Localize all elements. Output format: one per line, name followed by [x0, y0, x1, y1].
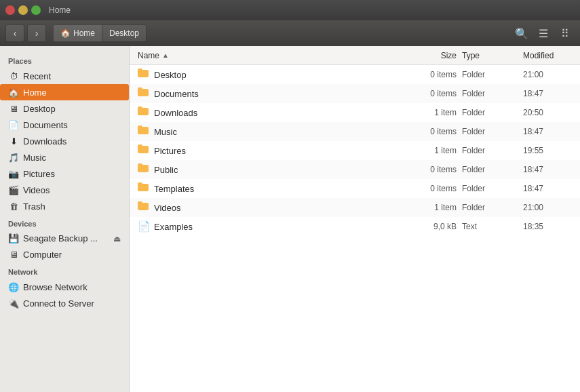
file-modified: 18:47 [523, 127, 577, 136]
table-row[interactable]: Downloads 1 item Folder 20:50 [130, 103, 580, 122]
col-size-header[interactable]: Size [408, 51, 462, 60]
toolbar-actions: 🔍 ☰ ⠿ [512, 24, 575, 42]
file-icon [138, 144, 150, 157]
file-name-cell: Templates [132, 182, 408, 195]
sidebar-item-trash[interactable]: 🗑 Trash [0, 198, 129, 214]
main-layout: Places ⏱ Recent 🏠 Home 🖥 Desktop 📄 Docum… [0, 46, 580, 392]
minimize-button[interactable] [18, 5, 28, 15]
sidebar-item-pictures[interactable]: 📷 Pictures [0, 165, 129, 182]
file-type: Folder [462, 203, 523, 212]
table-row[interactable]: Templates 0 items Folder 18:47 [130, 179, 580, 198]
sidebar-item-documents-label: Documents [23, 120, 68, 130]
sidebar-item-documents[interactable]: 📄 Documents [0, 117, 129, 133]
col-name-header[interactable]: Name ▲ [132, 51, 408, 60]
file-size: 1 item [408, 108, 462, 117]
sidebar-item-desktop-label: Desktop [23, 104, 56, 114]
table-row[interactable]: Public 0 items Folder 18:47 [130, 160, 580, 179]
toolbar: ‹ › 🏠 Home Desktop 🔍 ☰ ⠿ [0, 20, 580, 46]
close-button[interactable] [5, 5, 15, 15]
file-name: Videos [154, 203, 181, 213]
forward-icon: › [35, 28, 39, 39]
seagate-label: Seagate Backup ... [23, 233, 109, 243]
column-headers: Name ▲ Size Type Modified [130, 46, 580, 65]
back-icon: ‹ [14, 28, 17, 39]
eject-button[interactable]: ⏏ [113, 234, 121, 243]
breadcrumb-desktop[interactable]: Desktop [102, 24, 147, 42]
sidebar-item-home[interactable]: 🏠 Home [0, 84, 129, 100]
grid-toggle-button[interactable]: ⠿ [556, 24, 575, 42]
home-icon: 🏠 [60, 28, 71, 38]
sidebar-item-videos[interactable]: 🎬 Videos [0, 182, 129, 198]
file-name: Pictures [154, 146, 186, 156]
back-button[interactable]: ‹ [5, 24, 24, 42]
server-icon: 🔌 [8, 298, 19, 309]
sidebar-item-desktop[interactable]: 🖥 Desktop [0, 100, 129, 117]
table-row[interactable]: Documents 0 items Folder 18:47 [130, 84, 580, 103]
breadcrumb-sub-label: Desktop [109, 28, 139, 38]
file-name: Downloads [154, 108, 197, 118]
sidebar-item-recent-label: Recent [23, 71, 51, 81]
maximize-button[interactable] [31, 5, 41, 15]
file-size: 9,0 kB [408, 222, 462, 231]
table-row[interactable]: Pictures 1 item Folder 19:55 [130, 141, 580, 160]
breadcrumb-home-label: Home [73, 28, 95, 38]
file-type: Folder [462, 108, 523, 117]
sidebar-item-home-label: Home [23, 87, 47, 98]
file-name-cell: Videos [132, 201, 408, 214]
file-type: Folder [462, 70, 523, 79]
file-icon [138, 87, 150, 100]
breadcrumb-home[interactable]: 🏠 Home [53, 24, 102, 42]
sidebar-item-music[interactable]: 🎵 Music [0, 149, 129, 165]
file-size: 0 items [408, 184, 462, 193]
file-size: 0 items [408, 127, 462, 136]
sidebar-item-connect-server-label: Connect to Server [23, 298, 94, 309]
computer-icon: 🖥 [8, 249, 19, 260]
file-icon [138, 106, 150, 119]
table-row[interactable]: 📄 Examples 9,0 kB Text 18:35 [130, 217, 580, 236]
file-name: Documents [154, 89, 199, 99]
col-modified-header[interactable]: Modified [523, 51, 577, 60]
file-type: Text [462, 222, 523, 231]
file-area: Name ▲ Size Type Modified Desktop 0 item… [130, 46, 580, 392]
sidebar-item-browse-network[interactable]: 🌐 Browse Network [0, 279, 129, 295]
videos-icon: 🎬 [8, 184, 19, 195]
file-size: 0 items [408, 89, 462, 98]
file-name-cell: Pictures [132, 144, 408, 157]
file-name-cell: Downloads [132, 106, 408, 119]
sidebar-item-downloads[interactable]: ⬇ Downloads [0, 133, 129, 149]
trash-icon: 🗑 [8, 201, 19, 212]
file-type: Folder [462, 184, 523, 193]
file-modified: 20:50 [523, 108, 577, 117]
sidebar-item-seagate[interactable]: 💾 Seagate Backup ... ⏏ [0, 231, 129, 246]
file-name: Templates [154, 184, 194, 194]
file-modified: 18:47 [523, 89, 577, 98]
file-modified: 18:47 [523, 184, 577, 193]
file-name-cell: Desktop [132, 68, 408, 81]
sidebar: Places ⏱ Recent 🏠 Home 🖥 Desktop 📄 Docum… [0, 46, 130, 392]
file-icon [138, 163, 150, 176]
file-name-cell: Documents [132, 87, 408, 100]
table-row[interactable]: Videos 1 item Folder 21:00 [130, 198, 580, 217]
music-icon: 🎵 [8, 152, 19, 163]
sidebar-item-downloads-label: Downloads [23, 136, 66, 146]
sidebar-item-computer[interactable]: 🖥 Computer [0, 246, 129, 262]
col-type-header[interactable]: Type [462, 51, 523, 60]
sidebar-item-browse-network-label: Browse Network [23, 282, 88, 292]
devices-label: Devices [0, 214, 129, 231]
file-name: Desktop [154, 70, 187, 80]
view-options-button[interactable]: ☰ [534, 24, 553, 42]
sidebar-item-recent[interactable]: ⏱ Recent [0, 68, 129, 84]
file-modified: 18:35 [523, 222, 577, 231]
file-name: Examples [154, 222, 193, 232]
file-icon [138, 125, 150, 138]
file-modified: 21:00 [523, 203, 577, 212]
table-row[interactable]: Music 0 items Folder 18:47 [130, 122, 580, 141]
sidebar-item-connect-server[interactable]: 🔌 Connect to Server [0, 295, 129, 311]
window-title: Home [49, 5, 71, 15]
search-button[interactable]: 🔍 [512, 24, 531, 42]
menu-icon: ☰ [539, 27, 548, 40]
sidebar-item-music-label: Music [23, 153, 46, 163]
network-label: Network [0, 262, 129, 279]
table-row[interactable]: Desktop 0 items Folder 21:00 [130, 65, 580, 84]
forward-button[interactable]: › [27, 24, 46, 42]
